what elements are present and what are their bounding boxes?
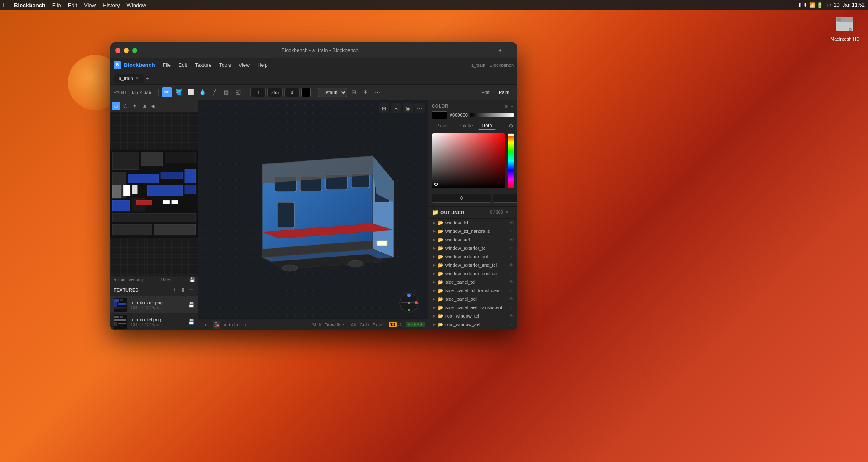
- expand-icon-2[interactable]: ▶: [432, 238, 436, 242]
- eraser-tool-btn[interactable]: ⬜: [186, 87, 196, 97]
- select-tool-btn[interactable]: ◱: [233, 87, 243, 97]
- eye-icon-9[interactable]: 👁: [509, 296, 514, 302]
- close-button[interactable]: [115, 48, 120, 53]
- outliner-item-12[interactable]: ▶ 📂 roof_window_ael 👁: [428, 320, 517, 329]
- menu-file[interactable]: File: [159, 61, 174, 70]
- menubar-file[interactable]: File: [52, 2, 61, 8]
- viewport-grid-btn[interactable]: ⊞: [379, 103, 389, 113]
- color-expand-icon[interactable]: ⌄: [510, 103, 514, 109]
- tab-add-button[interactable]: +: [146, 75, 149, 82]
- outliner-item-11[interactable]: ▶ 📂 roof_window_tcl 👁: [428, 312, 517, 320]
- texture-save-1[interactable]: 💾: [188, 302, 195, 308]
- palette-tab[interactable]: Palette: [454, 122, 477, 130]
- viewport-color-btn[interactable]: ◉: [403, 103, 413, 113]
- eye-icon-11[interactable]: 👁: [509, 313, 514, 318]
- texture-save-icon[interactable]: 💾: [189, 277, 195, 282]
- outliner-item-0[interactable]: ▶ 📂 window_tcl 👁: [428, 219, 517, 227]
- minimize-button[interactable]: [124, 48, 129, 53]
- color-mode-btn[interactable]: ◉: [149, 102, 158, 110]
- texture-item-1[interactable]: a_train_ael.png 1344 × 1344px 💾: [110, 296, 198, 313]
- fill-tool-btn[interactable]: 🪣: [174, 87, 184, 97]
- blend-mode-select[interactable]: Default: [318, 88, 347, 97]
- menu-icon[interactable]: ⋮: [506, 47, 512, 54]
- expand-icon-6[interactable]: ▶: [432, 271, 436, 276]
- eye-icon-7[interactable]: 👁: [509, 279, 514, 285]
- expand-icon-4[interactable]: ▶: [432, 255, 436, 259]
- outliner-item-10[interactable]: ▶ 📂 side_panel_ael_translucent 👁: [428, 303, 517, 312]
- light-mode-btn[interactable]: ☀: [131, 102, 139, 110]
- outliner-item-6[interactable]: ▶ 📂 window_exterior_end_ael 👁: [428, 269, 517, 278]
- menubar-app-name[interactable]: Blockbench: [14, 2, 45, 8]
- color-swatch[interactable]: [301, 88, 311, 97]
- fullscreen-button[interactable]: [132, 48, 137, 53]
- apple-menu[interactable]: : [3, 2, 6, 8]
- 3d-viewport[interactable]: ⊞ ☀ ◉ ⋯: [198, 100, 428, 330]
- nav-prev-btn[interactable]: ‹: [202, 321, 209, 329]
- outliner-item-4[interactable]: ▶ 📂 window_exterior_ael 👁: [428, 252, 517, 261]
- tab-edit[interactable]: Edit: [477, 89, 494, 96]
- color-settings-gear[interactable]: ⚙: [509, 123, 514, 129]
- outliner-item-13[interactable]: ▶ 📂 roof_door_tcl 👁: [428, 329, 517, 330]
- brush-size-input[interactable]: 1: [250, 88, 266, 97]
- outliner-item-7[interactable]: ▶ 📂 side_panel_tcl 👁: [428, 278, 517, 286]
- uv-mode-btn[interactable]: □: [112, 102, 120, 110]
- gradient-tool-btn[interactable]: ▦: [221, 87, 231, 97]
- menu-edit[interactable]: Edit: [175, 61, 191, 70]
- expand-icon-1[interactable]: ▶: [432, 229, 436, 233]
- mirror-btn[interactable]: ⊟: [349, 87, 359, 97]
- menubar-history[interactable]: History: [103, 2, 120, 8]
- opacity-input[interactable]: 255: [267, 88, 283, 97]
- expand-icon-5[interactable]: ▶: [432, 263, 436, 267]
- menubar-edit[interactable]: Edit: [68, 2, 77, 8]
- color-r-input[interactable]: 0: [432, 194, 491, 203]
- textures-menu-btn[interactable]: ⋯: [188, 287, 195, 293]
- nav-next-btn[interactable]: ›: [242, 321, 249, 329]
- viewport-more-btn[interactable]: ⋯: [415, 103, 425, 113]
- outliner-item-8[interactable]: ▶ 📂 side_panel_tcl_translucent 👁: [428, 286, 517, 295]
- textures-import-btn[interactable]: ⬆: [179, 287, 186, 293]
- tab-paint[interactable]: Paint: [495, 89, 514, 96]
- expand-icon-7[interactable]: ▶: [432, 280, 436, 284]
- menu-tools[interactable]: Tools: [216, 61, 234, 70]
- picker-tab[interactable]: Picker: [432, 122, 453, 130]
- expand-icon-0[interactable]: ▶: [432, 221, 436, 225]
- grid-btn[interactable]: ⊞: [361, 87, 371, 97]
- expand-icon-3[interactable]: ▶: [432, 246, 436, 250]
- eye-icon-3[interactable]: 👁: [509, 246, 514, 251]
- outliner-item-1[interactable]: ▶ 📂 window_tcl_handrails 👁: [428, 227, 517, 235]
- texture-item-2[interactable]: a_train_tcl.png 1344 × 1344px 💾: [110, 313, 198, 330]
- viewport-light-btn[interactable]: ☀: [391, 103, 401, 113]
- star-icon[interactable]: ✦: [498, 47, 503, 54]
- nav-compass[interactable]: [398, 292, 420, 313]
- expand-icon-12[interactable]: ▶: [432, 322, 436, 326]
- expand-icon-9[interactable]: ▶: [432, 297, 436, 301]
- eyedropper-tool-btn[interactable]: 💧: [198, 87, 208, 97]
- menubar-view[interactable]: View: [84, 2, 96, 8]
- menubar-window[interactable]: Window: [127, 2, 146, 8]
- tab-a-train[interactable]: a_train ✕: [114, 74, 144, 83]
- eye-icon-6[interactable]: 👁: [509, 271, 514, 276]
- settings-btn[interactable]: ⋯: [373, 87, 383, 97]
- eye-icon-0[interactable]: 👁: [509, 220, 514, 225]
- eye-icon-12[interactable]: 👁: [509, 322, 514, 327]
- grid-mode-btn[interactable]: ⊞: [140, 102, 148, 110]
- color-g-input[interactable]: 0: [493, 194, 517, 203]
- hardness-input[interactable]: 0: [284, 88, 300, 97]
- expand-icon-8[interactable]: ▶: [432, 288, 436, 293]
- outliner-expand-icon[interactable]: ⌄: [510, 210, 514, 215]
- eye-icon-10[interactable]: 👁: [509, 305, 514, 310]
- outliner-item-5[interactable]: ▶ 📂 window_exterior_end_tcl 👁: [428, 261, 517, 269]
- texture-save-2[interactable]: 💾: [188, 319, 195, 325]
- eye-icon-8[interactable]: 👁: [509, 288, 514, 293]
- textures-add-btn[interactable]: +: [171, 287, 178, 293]
- color-menu-icon[interactable]: ≡: [505, 104, 508, 109]
- outliner-item-9[interactable]: ▶ 📂 side_panel_ael 👁: [428, 295, 517, 303]
- outliner-item-3[interactable]: ▶ 📂 window_exterior_tcl 👁: [428, 244, 517, 252]
- hdd-desktop-icon[interactable]: Macintosh HD: [830, 14, 860, 41]
- pencil-tool-btn[interactable]: ✏: [162, 87, 172, 97]
- expand-icon-11[interactable]: ▶: [432, 314, 436, 318]
- menu-help[interactable]: Help: [254, 61, 271, 70]
- eye-icon-5[interactable]: 👁: [509, 263, 514, 268]
- both-tab[interactable]: Both: [478, 122, 496, 130]
- eye-icon-1[interactable]: 👁: [509, 229, 514, 234]
